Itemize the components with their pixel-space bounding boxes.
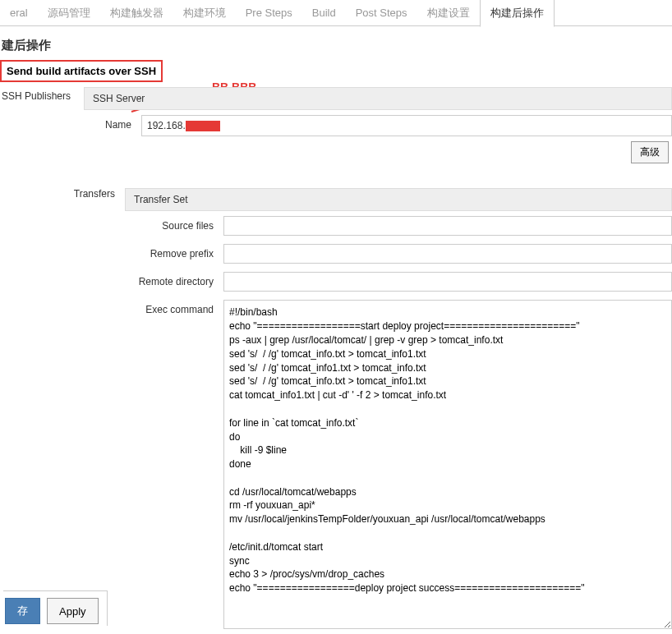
tab-environment[interactable]: 构建环境: [173, 0, 236, 26]
section-title: 建后操作: [0, 38, 672, 53]
tab-pre-steps[interactable]: Pre Steps: [236, 1, 302, 25]
tab-post-steps[interactable]: Post Steps: [346, 1, 417, 25]
tab-scm[interactable]: 源码管理: [38, 0, 100, 26]
remove-prefix-label: Remove prefix: [125, 244, 223, 260]
ssh-publisher-header: Send build artifacts over SSH: [0, 60, 163, 82]
apply-button[interactable]: Apply: [47, 598, 99, 624]
tab-build[interactable]: Build: [302, 1, 346, 25]
ssh-server-bar: SSH Server: [84, 87, 672, 110]
redacted-block: [186, 121, 220, 131]
remove-prefix-input[interactable]: [223, 244, 672, 264]
tab-post-build[interactable]: 构建后操作: [480, 0, 555, 27]
tab-general[interactable]: eral: [0, 1, 38, 25]
source-files-label: Source files: [125, 216, 223, 232]
transfer-set-bar: Transfer Set: [125, 188, 672, 211]
transfer-set-label: Transfer Set: [134, 194, 188, 205]
advanced-button-top[interactable]: 高级: [631, 141, 669, 163]
name-value-text[interactable]: 192.168.: [147, 120, 186, 131]
remote-directory-input[interactable]: [223, 272, 672, 292]
config-tabs: eral 源码管理 构建触发器 构建环境 Pre Steps Build Pos…: [0, 0, 672, 26]
save-button[interactable]: 存: [5, 598, 40, 624]
ssh-publishers-label: SSH Publishers: [2, 87, 81, 102]
source-files-input[interactable]: [223, 216, 672, 236]
tab-triggers[interactable]: 构建触发器: [100, 0, 173, 26]
ssh-server-label: SSH Server: [93, 93, 145, 104]
footer-buttons: 存 Apply: [3, 590, 108, 626]
transfers-label: Transfers: [67, 188, 125, 200]
name-label: Name: [84, 115, 141, 131]
tab-build-settings[interactable]: 构建设置: [417, 0, 480, 26]
exec-command-label: Exec command: [125, 300, 223, 315]
exec-command-textarea[interactable]: [223, 300, 672, 628]
remote-directory-label: Remote directory: [125, 272, 223, 287]
